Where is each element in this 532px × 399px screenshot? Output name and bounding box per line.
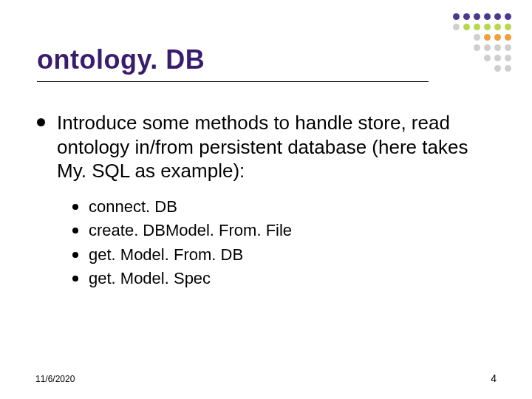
deco-row	[453, 65, 511, 72]
dot-icon	[474, 24, 480, 30]
sub-bullet-text: connect. DB	[89, 197, 177, 218]
dot-icon	[474, 34, 480, 41]
dot-icon	[463, 24, 470, 30]
dot-icon	[474, 44, 480, 51]
sub-bullet-text: create. DBModel. From. File	[89, 220, 292, 242]
dot-icon	[484, 55, 491, 61]
bullet-icon	[37, 118, 45, 126]
footer-page-number: 4	[491, 372, 497, 384]
bullet-icon	[72, 228, 78, 233]
dot-icon	[453, 13, 460, 20]
sub-bullet-item: create. DBModel. From. File	[72, 220, 495, 242]
deco-row	[453, 34, 511, 41]
dot-icon	[484, 24, 491, 30]
dot-icon	[505, 44, 511, 51]
sub-bullet-text: get. Model. From. DB	[89, 245, 243, 266]
bullet-icon	[72, 204, 78, 210]
dot-icon	[494, 44, 501, 51]
sub-bullet-item: get. Model. From. DB	[72, 245, 495, 266]
dot-icon	[505, 24, 511, 30]
dot-icon	[505, 13, 511, 20]
slide-title: ontology. DB	[37, 44, 429, 75]
dot-icon	[505, 55, 511, 61]
dot-icon	[505, 34, 511, 41]
dot-icon	[505, 65, 511, 72]
sub-bullet-list: connect. DB create. DBModel. From. File …	[72, 197, 495, 290]
dot-icon	[494, 24, 501, 30]
slide: ontology. DB Introduce some methods to h…	[0, 0, 532, 399]
deco-row	[453, 55, 511, 61]
dot-icon	[484, 13, 491, 20]
dot-icon	[494, 55, 501, 61]
deco-row	[453, 24, 511, 30]
bullet-icon	[72, 252, 78, 258]
deco-row	[453, 13, 511, 20]
dot-icon	[484, 44, 491, 51]
footer-date: 11/6/2020	[35, 374, 75, 384]
dot-icon	[484, 34, 491, 41]
title-container: ontology. DB	[37, 44, 429, 82]
bullet-icon	[72, 276, 78, 282]
slide-footer: 11/6/2020 4	[35, 372, 497, 384]
sub-bullet-item: get. Model. Spec	[72, 268, 495, 290]
bullet-item: Introduce some methods to handle store, …	[37, 111, 495, 183]
dot-icon	[453, 24, 460, 30]
dot-icon	[494, 13, 501, 20]
corner-decoration	[453, 13, 511, 72]
deco-row	[453, 44, 511, 51]
slide-body: Introduce some methods to handle store, …	[37, 111, 495, 293]
dot-icon	[463, 13, 470, 20]
dot-icon	[474, 13, 480, 20]
bullet-text: Introduce some methods to handle store, …	[57, 111, 495, 183]
sub-bullet-item: connect. DB	[72, 197, 495, 218]
dot-icon	[494, 65, 501, 72]
dot-icon	[494, 34, 501, 41]
sub-bullet-text: get. Model. Spec	[89, 268, 211, 290]
